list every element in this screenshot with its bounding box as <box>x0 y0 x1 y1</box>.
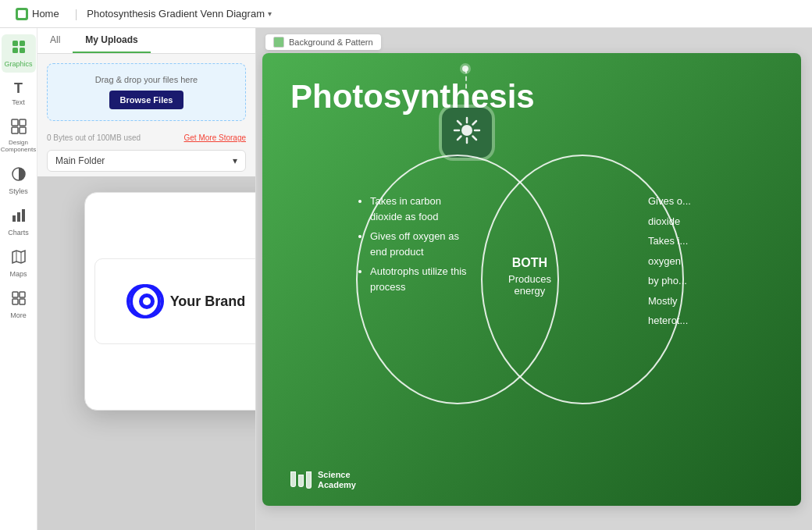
science-academy-text: Science Academy <box>318 470 356 490</box>
svg-rect-11 <box>17 212 20 222</box>
folder-chevron-icon: ▾ <box>233 155 237 166</box>
brand-card-inner: Your Brand <box>94 258 255 344</box>
sidebar-label-charts: Charts <box>8 229 29 237</box>
topbar: Home | Photosynthesis Gradient Venn Diag… <box>0 0 812 28</box>
sidebar-item-design-components[interactable]: Design Components <box>2 114 36 158</box>
right-item-3: Takes i... <box>648 233 762 249</box>
svg-rect-4 <box>20 48 25 53</box>
svg-line-27 <box>458 121 461 125</box>
upload-drag-text: Drag & drop your files here <box>95 75 198 84</box>
sidebar-item-more[interactable]: More <box>2 286 36 324</box>
graphics-icon <box>11 39 27 59</box>
both-sub: Producesenergy <box>508 273 551 297</box>
browse-files-button[interactable]: Browse Files <box>109 91 184 109</box>
home-button[interactable]: Home <box>9 5 66 23</box>
get-more-storage-link[interactable]: Get More Storage <box>184 133 246 142</box>
bg-label-text: Background & Pattern <box>289 37 373 47</box>
storage-info: 0 Bytes out of 100MB used Get More Stora… <box>37 130 255 145</box>
right-item-4: oxygen <box>648 254 762 269</box>
sun-box <box>442 108 492 158</box>
upload-dropzone[interactable]: Drag & drop your files here Browse Files <box>47 63 246 121</box>
svg-point-21 <box>143 297 151 305</box>
uploads-panel: All My Uploads Drag & drop your files he… <box>37 28 256 530</box>
sidebar-label-more: More <box>10 311 27 319</box>
right-item-1: Gives o... <box>648 194 762 209</box>
document-title[interactable]: Photosynthesis Gradient Venn Diagram ▾ <box>87 8 272 20</box>
topbar-divider: | <box>75 8 78 20</box>
both-label: BOTH <box>508 256 551 270</box>
sidebar-label-maps: Maps <box>9 270 27 278</box>
svg-line-30 <box>458 136 461 140</box>
sidebar-item-charts[interactable]: Charts <box>2 203 36 241</box>
svg-rect-10 <box>12 215 16 222</box>
right-circle-text: Gives o... dioxide Takes i... oxygen by … <box>637 194 762 333</box>
main-layout: Graphics T Text Design Components <box>0 28 812 530</box>
canvas-area: Background & Pattern Photosynthesis <box>256 28 812 530</box>
svg-rect-18 <box>20 299 25 304</box>
left-item-2: Gives off oxygen as end product <box>370 229 468 259</box>
dashed-line <box>465 69 467 112</box>
svg-rect-3 <box>12 48 18 53</box>
sidebar-label-text: Text <box>12 98 25 106</box>
sidebar-label-graphics: Graphics <box>5 60 33 68</box>
folder-label: Main Folder <box>55 155 105 166</box>
slide-title: Photosynthesis <box>290 78 535 116</box>
beaker-tube-1 <box>290 471 296 487</box>
right-item-6: Mostly <box>648 293 762 309</box>
folder-selector[interactable]: Main Folder ▾ <box>47 150 246 172</box>
brand-name-label: Your Brand <box>170 293 246 310</box>
sun-icon <box>453 116 481 150</box>
svg-rect-16 <box>20 292 25 297</box>
panel-tabs: All My Uploads <box>37 28 255 54</box>
slide-container: Photosynthesis <box>256 53 812 530</box>
svg-rect-1 <box>12 41 18 46</box>
svg-rect-17 <box>12 299 18 304</box>
sidebar-label-design: Design Components <box>1 140 36 154</box>
more-icon <box>11 290 27 310</box>
beaker-icon <box>290 471 312 489</box>
science-academy-logo: Science Academy <box>290 470 356 490</box>
right-item-5: by pho... <box>648 273 762 289</box>
chevron-down-icon: ▾ <box>268 9 272 18</box>
home-label: Home <box>32 8 59 20</box>
text-icon: T <box>14 80 23 97</box>
right-item-7: heterot... <box>648 313 762 329</box>
design-components-icon <box>11 119 27 138</box>
slide[interactable]: Photosynthesis <box>262 53 801 506</box>
svg-rect-7 <box>12 127 18 133</box>
brand-card: Your Brand <box>84 192 255 411</box>
beaker-tube-3 <box>306 471 312 489</box>
sidebar-item-graphics[interactable]: Graphics <box>2 34 36 73</box>
right-item-2: dioxide <box>648 214 762 229</box>
svg-rect-15 <box>12 292 18 297</box>
svg-rect-12 <box>22 209 25 222</box>
tab-all[interactable]: All <box>37 28 73 53</box>
sidebar-item-maps[interactable]: Maps <box>2 244 36 283</box>
sidebar: Graphics T Text Design Components <box>0 28 37 530</box>
storage-used: 0 Bytes out of 100MB used <box>47 133 141 142</box>
both-text: BOTH Producesenergy <box>508 256 551 297</box>
svg-rect-5 <box>12 119 18 126</box>
background-pattern-label: Background & Pattern <box>265 34 381 50</box>
brand-logo <box>126 284 161 318</box>
charts-icon <box>11 208 27 227</box>
panel-content-area: Your Brand <box>37 176 255 530</box>
left-item-1: Takes in carbon dioxide as food <box>370 194 468 224</box>
document-title-text: Photosynthesis Gradient Venn Diagram <box>87 8 265 20</box>
sidebar-item-text[interactable]: T Text <box>2 76 36 111</box>
venn-diagram: Takes in carbon dioxide as food Gives of… <box>325 131 762 459</box>
maps-icon <box>11 249 27 269</box>
left-circle-text: Takes in carbon dioxide as food Gives of… <box>359 194 468 299</box>
home-icon <box>16 8 28 20</box>
svg-rect-8 <box>20 127 26 133</box>
svg-line-28 <box>473 136 477 140</box>
tab-my-uploads[interactable]: My Uploads <box>73 28 150 53</box>
styles-icon <box>11 166 27 186</box>
left-item-3: Autotrophs utilize this process <box>370 264 468 294</box>
svg-rect-2 <box>20 41 25 46</box>
bg-color-swatch <box>273 37 284 48</box>
sidebar-item-styles[interactable]: Styles <box>2 162 36 200</box>
svg-rect-0 <box>18 10 26 18</box>
svg-point-22 <box>461 125 472 136</box>
svg-rect-6 <box>20 119 26 126</box>
